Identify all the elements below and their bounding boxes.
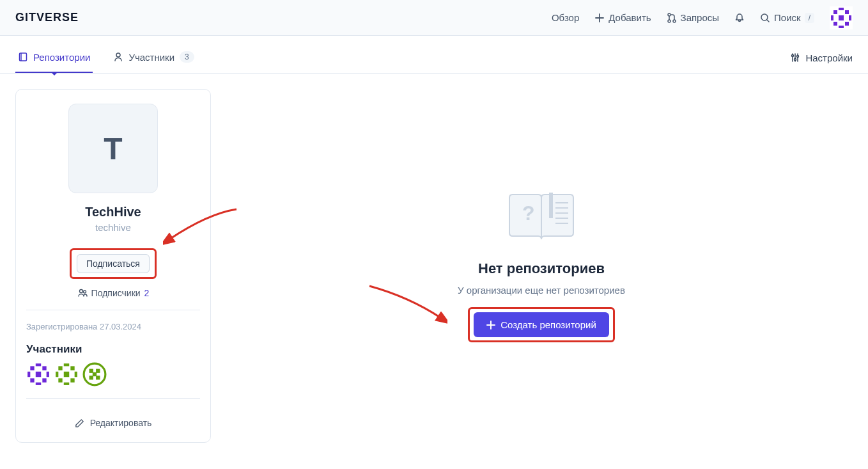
plus-icon bbox=[594, 13, 605, 23]
svg-rect-33 bbox=[56, 372, 58, 377]
tab-members-label: Участники bbox=[128, 52, 174, 63]
tabs-left: Репозитории Участники 3 bbox=[15, 42, 197, 73]
annotation-highlight-subscribe: Подписаться bbox=[70, 248, 157, 279]
tabs-row: Репозитории Участники 3 Настройки bbox=[0, 42, 868, 74]
registered-date: Зарегистрирована 27.03.2024 bbox=[26, 322, 200, 331]
svg-rect-21 bbox=[36, 363, 41, 366]
tab-repositories[interactable]: Репозитории bbox=[15, 43, 93, 73]
annotation-highlight-create: Создать репозиторий bbox=[468, 307, 615, 342]
org-name: TechHive bbox=[26, 205, 200, 219]
svg-rect-11 bbox=[833, 22, 837, 26]
svg-rect-35 bbox=[64, 372, 69, 377]
svg-point-18 bbox=[797, 56, 799, 58]
svg-point-1 bbox=[668, 20, 670, 22]
content: T TechHive techhive Подписаться Подписчи… bbox=[0, 74, 868, 458]
svg-rect-34 bbox=[75, 372, 77, 377]
header-nav: Обзор Добавить Запросы Поиск / bbox=[552, 6, 853, 29]
person-icon bbox=[113, 52, 123, 62]
org-avatar-letter: T bbox=[104, 131, 122, 166]
edit-label: Редактировать bbox=[90, 418, 152, 428]
nav-add[interactable]: Добавить bbox=[594, 12, 651, 23]
user-avatar[interactable] bbox=[830, 6, 853, 29]
nav-search-label: Поиск bbox=[774, 12, 801, 23]
tab-repositories-label: Репозитории bbox=[33, 52, 90, 63]
svg-rect-27 bbox=[30, 378, 34, 382]
svg-rect-13 bbox=[839, 26, 844, 28]
svg-rect-44 bbox=[93, 372, 97, 376]
subscribe-button[interactable]: Подписаться bbox=[77, 254, 150, 273]
plus-icon bbox=[486, 321, 495, 330]
divider-2 bbox=[26, 398, 200, 399]
svg-rect-31 bbox=[58, 366, 62, 370]
create-repo-button[interactable]: Создать репозиторий bbox=[474, 312, 609, 337]
nav-overview[interactable]: Обзор bbox=[552, 12, 579, 23]
member-avatar-2[interactable] bbox=[54, 362, 79, 386]
members-title: Участники bbox=[26, 343, 200, 356]
nav-search[interactable]: Поиск / bbox=[760, 12, 814, 23]
main-area: ? Нет репозиториев У организации еще нет… bbox=[230, 89, 853, 342]
svg-rect-8 bbox=[831, 15, 833, 20]
followers-count: 2 bbox=[144, 288, 150, 298]
svg-rect-30 bbox=[64, 363, 69, 366]
settings-label: Настройки bbox=[805, 52, 853, 63]
svg-rect-32 bbox=[70, 366, 74, 370]
pull-request-icon bbox=[667, 13, 677, 23]
nav-requests[interactable]: Запросы bbox=[667, 12, 720, 23]
svg-point-0 bbox=[668, 13, 670, 16]
svg-rect-25 bbox=[47, 372, 49, 377]
followers[interactable]: Подписчики 2 bbox=[26, 288, 200, 298]
svg-point-2 bbox=[673, 20, 676, 22]
svg-rect-12 bbox=[845, 22, 849, 26]
nav-notifications[interactable] bbox=[734, 13, 745, 23]
logo[interactable]: GITVERSE bbox=[15, 11, 79, 24]
tab-members[interactable]: Участники 3 bbox=[111, 42, 196, 73]
nav-overview-label: Обзор bbox=[552, 12, 579, 23]
settings-link[interactable]: Настройки bbox=[790, 52, 853, 63]
members-avatars bbox=[26, 362, 200, 386]
svg-rect-23 bbox=[42, 366, 46, 370]
svg-rect-37 bbox=[70, 378, 74, 382]
create-wrap: Создать репозиторий bbox=[468, 307, 615, 342]
svg-rect-6 bbox=[833, 10, 837, 14]
svg-rect-36 bbox=[58, 378, 62, 382]
svg-point-15 bbox=[116, 53, 120, 57]
divider bbox=[26, 310, 200, 310]
svg-rect-28 bbox=[42, 378, 46, 382]
pencil-icon bbox=[75, 418, 85, 428]
svg-rect-38 bbox=[64, 383, 69, 385]
annotation-arrow-create bbox=[364, 281, 447, 326]
people-icon bbox=[77, 288, 88, 298]
repo-icon bbox=[18, 52, 28, 62]
top-header: GITVERSE Обзор Добавить Запросы Поис bbox=[0, 0, 868, 36]
search-icon bbox=[760, 13, 770, 23]
nav-requests-label: Запросы bbox=[681, 12, 720, 23]
member-avatar-3[interactable] bbox=[82, 362, 107, 386]
create-repo-label: Создать репозиторий bbox=[500, 319, 596, 330]
member-avatar-1[interactable] bbox=[26, 362, 50, 386]
empty-title: Нет репозиториев bbox=[478, 260, 605, 277]
svg-rect-7 bbox=[845, 10, 849, 14]
svg-rect-24 bbox=[27, 372, 30, 377]
svg-rect-9 bbox=[849, 15, 851, 20]
bell-icon bbox=[734, 13, 745, 23]
org-avatar: T bbox=[68, 104, 158, 193]
svg-rect-5 bbox=[839, 8, 844, 10]
svg-point-19 bbox=[79, 290, 82, 293]
svg-rect-29 bbox=[36, 383, 41, 385]
nav-add-label: Добавить bbox=[608, 12, 651, 23]
edit-link[interactable]: Редактировать bbox=[26, 418, 200, 428]
svg-rect-14 bbox=[20, 53, 27, 61]
sliders-icon bbox=[790, 52, 800, 63]
svg-rect-10 bbox=[839, 15, 844, 20]
svg-text:?: ? bbox=[522, 202, 535, 225]
svg-point-16 bbox=[792, 55, 794, 57]
empty-book-icon: ? bbox=[497, 185, 586, 249]
search-kbd: / bbox=[805, 13, 814, 23]
svg-rect-46 bbox=[549, 193, 553, 218]
org-handle: techhive bbox=[26, 222, 200, 233]
svg-rect-26 bbox=[36, 372, 41, 377]
empty-subtitle: У организации еще нет репозиториев bbox=[458, 285, 625, 296]
subscribe-wrap: Подписаться bbox=[26, 248, 200, 279]
svg-rect-22 bbox=[30, 366, 34, 370]
org-card: T TechHive techhive Подписаться Подписчи… bbox=[15, 89, 211, 443]
